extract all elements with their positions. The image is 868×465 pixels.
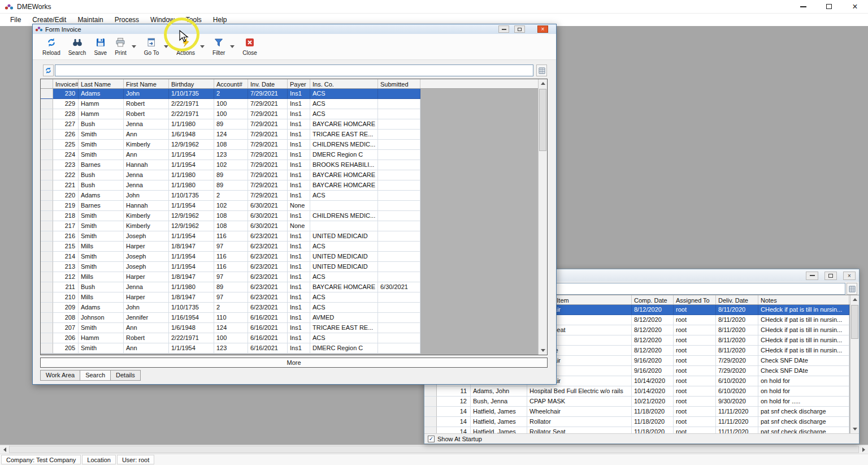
filter-dropdown-button[interactable] <box>229 35 236 59</box>
table-row[interactable]: 222BushJenna1/1/1980897/29/2021Ins1BAYCA… <box>41 170 547 180</box>
table-row[interactable]: 213SmithJoseph1/1/19541166/23/2021Ins1UN… <box>41 262 547 272</box>
column-header[interactable]: Assigned To <box>674 295 716 304</box>
column-header[interactable]: Inv. Date <box>248 79 288 88</box>
search-button[interactable]: Search <box>64 35 90 59</box>
table-row[interactable]: 209AdamsJohn1/10/173526/23/2021Ins1ACS <box>41 303 547 313</box>
table-cell: Bush <box>79 119 124 130</box>
table-cell: 97 <box>214 242 248 252</box>
table-row[interactable]: 215MillsHarper1/8/1947976/23/2021Ins1ACS <box>41 242 547 252</box>
table-row[interactable]: 208JohnsonJennifer1/16/19541106/16/2021I… <box>41 313 547 323</box>
goto-button[interactable]: Go To <box>140 35 163 59</box>
table-cell: Ins1 <box>288 313 310 323</box>
close-form-button[interactable]: Close <box>238 35 261 59</box>
column-header[interactable]: First Name <box>124 79 169 88</box>
column-header[interactable]: Last Name <box>79 79 124 88</box>
column-header[interactable]: Deliv. Date <box>716 295 758 304</box>
minimize-button[interactable] <box>806 272 818 280</box>
table-row[interactable]: 210MillsHarper1/8/1947976/23/2021Ins1ACS <box>41 292 547 303</box>
table-row[interactable]: 217SmithKimberly12/9/19621086/30/2021Non… <box>41 221 547 231</box>
show-at-startup-checkbox[interactable]: ✓ <box>428 436 435 442</box>
more-button[interactable]: More <box>40 358 548 368</box>
table-row[interactable]: 14Hatfield, JamesRollator11/18/2020root1… <box>424 417 859 427</box>
table-row[interactable]: 227BushJenna1/1/1980897/29/2021Ins1BAYCA… <box>41 119 547 130</box>
save-button[interactable]: Save <box>90 35 111 59</box>
status-grid-vertical-scrollbar[interactable] <box>850 295 859 433</box>
close-button[interactable]: × <box>843 272 856 280</box>
table-row[interactable]: 205SmithAnn1/1/19541236/16/2021Ins1DMERC… <box>41 343 547 354</box>
scroll-right-button[interactable] <box>859 445 868 454</box>
table-row[interactable]: 230AdamsJohn1/10/173527/29/2021Ins1ACS <box>41 89 547 99</box>
column-header[interactable]: Account# <box>214 79 248 88</box>
table-row[interactable]: 12Bush, JennaCPAP MASK10/21/2020root9/30… <box>424 397 859 407</box>
table-row[interactable]: 221BushJenna1/1/1980897/29/2021Ins1BAYCA… <box>41 180 547 191</box>
table-row[interactable]: 223BarnesHannah1/1/19541027/29/2021Ins1B… <box>41 160 547 170</box>
table-row[interactable]: 218SmithKimberly12/9/19621086/30/2021Ins… <box>41 211 547 221</box>
reload-button[interactable]: Reload <box>38 35 64 59</box>
grid-view-button[interactable] <box>536 64 547 76</box>
close-label: Close <box>242 50 257 56</box>
scrollbar-thumb[interactable] <box>851 305 858 339</box>
table-cell <box>378 323 420 333</box>
table-row[interactable]: 212MillsHarper1/8/1947976/23/2021Ins1ACS <box>41 272 547 282</box>
column-header[interactable]: Invoice# <box>53 79 79 88</box>
table-row[interactable]: 216SmithJoseph1/1/19541166/23/2021Ins1UN… <box>41 231 547 242</box>
table-row[interactable]: 206HammRobert2/22/19711006/16/2021Ins1AC… <box>41 333 547 343</box>
tab-details[interactable]: Details <box>111 370 141 381</box>
table-cell <box>310 201 378 211</box>
horizontal-scrollbar[interactable] <box>0 445 868 454</box>
tab-search[interactable]: Search <box>80 370 111 381</box>
scroll-up-button[interactable] <box>539 79 547 88</box>
scroll-down-button[interactable] <box>539 346 547 355</box>
statusbar-location: Location <box>82 455 116 464</box>
column-header[interactable]: Ins. Co. <box>310 79 378 88</box>
maximize-button[interactable] <box>824 272 837 280</box>
table-cell: CPAP MASK <box>527 397 632 407</box>
close-button[interactable]: × <box>842 0 868 13</box>
bottom-tabs: Work Area Search Details <box>40 370 141 381</box>
minimize-icon <box>810 275 815 276</box>
scroll-down-button[interactable] <box>850 425 859 433</box>
column-header[interactable]: Notes <box>758 295 849 304</box>
scroll-left-button[interactable] <box>0 445 9 454</box>
scrollbar-thumb[interactable] <box>539 89 546 151</box>
table-row[interactable]: 225SmithKimberly12/9/19621087/29/2021Ins… <box>41 140 547 150</box>
filter-button[interactable]: Filter <box>209 35 229 59</box>
invoice-filter-input[interactable] <box>55 64 533 76</box>
table-row[interactable]: 228HammRobert2/22/19711007/29/2021Ins1AC… <box>41 109 547 119</box>
actions-dropdown-button[interactable] <box>199 35 206 59</box>
table-row[interactable]: 14Hatfield, JamesRollator Seat11/18/2020… <box>424 427 859 433</box>
table-cell: 6/30/2021 <box>248 221 288 231</box>
maximize-button[interactable] <box>514 25 525 33</box>
print-button[interactable]: Print <box>111 35 131 59</box>
maximize-button[interactable] <box>816 0 842 13</box>
table-row[interactable]: 207SmithAnn1/6/19481246/16/2021Ins1TRICA… <box>41 323 547 333</box>
close-button[interactable]: × <box>537 25 548 33</box>
table-row[interactable]: 214SmithJoseph1/1/19541166/23/2021Ins1UN… <box>41 252 547 262</box>
invoice-grid-vertical-scrollbar[interactable] <box>538 79 547 355</box>
print-dropdown-button[interactable] <box>131 35 137 59</box>
table-row[interactable]: 219BarnesHannah1/1/19541026/30/2021None <box>41 201 547 211</box>
table-cell: ACS <box>310 242 378 252</box>
table-cell: 102 <box>214 201 248 211</box>
scroll-up-button[interactable] <box>850 295 859 304</box>
column-header[interactable]: Comp. Date <box>632 295 674 304</box>
grid-view-button[interactable] <box>847 283 857 295</box>
table-row[interactable]: 11Adams, JohnHospital Bed Full Electric … <box>424 386 859 397</box>
column-header[interactable]: Birthday <box>169 79 214 88</box>
table-cell: 220 <box>53 191 79 201</box>
column-header[interactable]: Payer <box>288 79 310 88</box>
table-row[interactable]: 226SmithAnn1/6/19481247/29/2021Ins1TRICA… <box>41 130 547 140</box>
table-row[interactable]: 224SmithAnn1/1/19541237/29/2021Ins1DMERC… <box>41 150 547 160</box>
refresh-button[interactable] <box>43 64 54 76</box>
table-row[interactable]: 14Hatfield, JamesWheelchair11/18/2020roo… <box>424 407 859 417</box>
minimize-button[interactable] <box>498 25 509 33</box>
tab-work-area[interactable]: Work Area <box>40 370 80 381</box>
table-cell: Smith <box>79 343 124 354</box>
menu-item-file[interactable]: File <box>5 14 27 26</box>
table-row[interactable]: 211BushJenna1/1/1980896/23/2021Ins1BAYCA… <box>41 282 547 292</box>
column-header[interactable]: Submitted <box>378 79 420 88</box>
minimize-button[interactable] <box>790 0 816 13</box>
scrollbar-thumb[interactable] <box>9 446 859 453</box>
table-row[interactable]: 229HammRobert2/22/19711007/29/2021Ins1AC… <box>41 99 547 109</box>
table-row[interactable]: 220AdamsJohn1/10/173527/29/2021Ins1ACS <box>41 191 547 201</box>
